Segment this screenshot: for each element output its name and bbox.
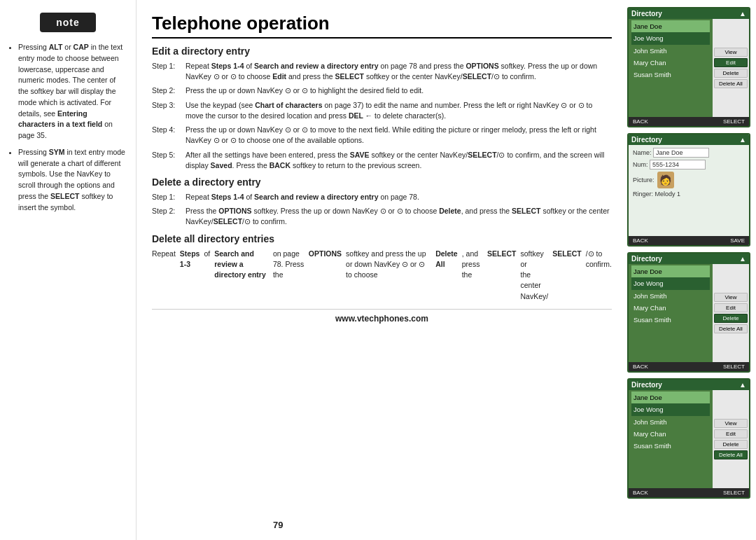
panel-1-select: SELECT — [723, 118, 745, 125]
panel-4-back: BACK — [633, 490, 648, 496]
menu-edit-4: Edit — [714, 429, 748, 438]
edit-picture-label: Picture: — [633, 176, 654, 184]
edit-name-label: Name: — [633, 149, 653, 156]
sidebar-content: Pressing ALT or CAP in the text entry mo… — [10, 42, 126, 219]
panel-4-title: Directory — [631, 381, 662, 389]
panel-1-body: Jane Doe Joe Wong John Smith Mary Chan S… — [629, 19, 749, 117]
sidebar-bullet1: Pressing ALT or CAP in the text entry mo… — [18, 42, 126, 141]
step-4-label: Step 4: — [152, 125, 181, 146]
list-item-joe-4: Joe Wong — [631, 403, 710, 415]
menu-delete: Delete — [714, 69, 748, 78]
step-2-label: Step 2: — [152, 85, 181, 96]
step-3: Step 3: Use the keypad (see Chart of cha… — [152, 100, 612, 121]
menu-view-4: View — [714, 419, 748, 428]
edit-ringer-label: Ringer: — [633, 191, 655, 198]
panel-1-list: Jane Doe Joe Wong John Smith Mary Chan S… — [629, 19, 713, 117]
panel-1-back: BACK — [633, 118, 648, 125]
menu-view: View — [714, 48, 748, 57]
panel-3-menu: View Edit Delete Delete All — [713, 264, 749, 362]
panel-4-arrow: ▲ — [739, 381, 746, 389]
edit-num-label: Num: — [633, 161, 650, 168]
list-item-susan-4: Susan Smith — [631, 440, 710, 452]
panel-4-menu: View Edit Delete Delete All — [713, 390, 749, 488]
sidebar: note Pressing ALT or CAP in the text ent… — [0, 0, 136, 540]
step-3-text: Use the keypad (see Chart of characters … — [186, 100, 612, 121]
panel-3-body: Jane Doe Joe Wong John Smith Mary Chan S… — [629, 264, 749, 362]
page-number: 79 — [273, 520, 283, 530]
step-1-text: Repeat Steps 1-4 of Search and review a … — [186, 61, 612, 82]
panel-3-arrow: ▲ — [739, 255, 746, 263]
panel-3-back: BACK — [633, 364, 648, 370]
list-item-mary-3: Mary Chan — [631, 302, 710, 314]
step-1: Step 1: Repeat Steps 1-4 of Search and r… — [152, 61, 612, 82]
panel-4-list: Jane Doe Joe Wong John Smith Mary Chan S… — [629, 390, 713, 488]
edit-section-title: Edit a directory entry — [152, 46, 612, 57]
menu-delete-all-4: Delete All — [714, 450, 748, 459]
step-2: Step 2: Press the up or down NavKey ⊙ or… — [152, 85, 612, 96]
delete-steps: Step 1: Repeat Steps 1-4 of Search and r… — [152, 192, 612, 228]
edit-name-row: Name: Jane Doe — [633, 148, 745, 158]
panel-3-list: Jane Doe Joe Wong John Smith Mary Chan S… — [629, 264, 713, 362]
delete-all-text: Repeat Steps 1-3 of Search and review a … — [152, 249, 612, 302]
list-item-john-4: John Smith — [631, 416, 710, 428]
panel-1-header: Directory ▲ — [629, 8, 749, 19]
note-box: note — [40, 13, 96, 32]
menu-view-3: View — [714, 293, 748, 302]
list-item-jane: Jane Doe — [631, 20, 710, 32]
panel-2-header: Directory ▲ — [629, 134, 749, 145]
list-item-jane-3: Jane Doe — [631, 265, 710, 277]
delete-all-section-title: Delete all directory entries — [152, 233, 612, 244]
panel-4-select: SELECT — [723, 490, 745, 496]
list-item-john: John Smith — [631, 45, 710, 57]
menu-edit-3: Edit — [714, 303, 748, 312]
list-item-joe: Joe Wong — [631, 32, 710, 44]
step-5: Step 5: After all the settings have been… — [152, 150, 612, 171]
panel-4-footer: BACK SELECT — [629, 488, 749, 497]
del-step-2: Step 2: Press the OPTIONS softkey. Press… — [152, 206, 612, 227]
list-item-mary-4: Mary Chan — [631, 428, 710, 440]
panel-3-header: Directory ▲ — [629, 254, 749, 264]
main-content: Telephone operation Edit a directory ent… — [136, 0, 624, 540]
list-item-joe-3: Joe Wong — [631, 277, 710, 289]
panel-1-menu: View Edit Delete Delete All — [713, 19, 749, 117]
edit-num-row: Num: 555-1234 — [633, 160, 745, 169]
edit-name-value: Jane Doe — [653, 148, 709, 158]
step-2-text: Press the up or down NavKey ⊙ or ⊙ to hi… — [186, 85, 612, 96]
panel-2-back: BACK — [633, 237, 648, 244]
step-4-text: Press the up or down NavKey ⊙ or ⊙ to mo… — [186, 125, 612, 146]
delete-section-title: Delete a directory entry — [152, 176, 612, 188]
panel-1-title: Directory — [631, 10, 662, 18]
edit-picture-row: Picture: 🧑 — [633, 172, 745, 188]
panel-1-footer: BACK SELECT — [629, 117, 749, 126]
panel-3: Directory ▲ Jane Doe Joe Wong John Smith… — [627, 252, 750, 373]
edit-ringer-value: Melody 1 — [655, 191, 681, 198]
sidebar-bullet2: Pressing SYM in text entry mode will gen… — [18, 147, 126, 214]
edit-ringer-row: Ringer: Melody 1 — [633, 191, 745, 198]
footer-url: www.vtechphones.com — [152, 309, 612, 324]
menu-delete-4: Delete — [714, 440, 748, 449]
del-step-1-label: Step 1: — [152, 192, 181, 202]
step-1-label: Step 1: — [152, 61, 181, 82]
menu-edit: Edit — [714, 58, 748, 67]
list-item-john-3: John Smith — [631, 290, 710, 302]
panel-4-body: Jane Doe Joe Wong John Smith Mary Chan S… — [629, 390, 749, 488]
panel-2: Directory ▲ Name: Jane Doe Num: 555-1234… — [627, 133, 750, 247]
panel-4-header: Directory ▲ — [629, 380, 749, 390]
edit-steps: Step 1: Repeat Steps 1-4 of Search and r… — [152, 61, 612, 171]
edit-num-value: 555-1234 — [650, 160, 706, 169]
step-5-text: After all the settings have been entered… — [186, 150, 612, 171]
menu-delete-all: Delete All — [714, 79, 748, 88]
avatar-icon: 🧑 — [657, 172, 674, 188]
panel-2-arrow: ▲ — [739, 136, 746, 144]
step-5-label: Step 5: — [152, 150, 181, 171]
panel-1: Directory ▲ Jane Doe Joe Wong John Smith… — [627, 7, 750, 127]
panel-1-arrow: ▲ — [739, 10, 746, 18]
del-step-2-label: Step 2: — [152, 206, 181, 227]
panel-4: Directory ▲ Jane Doe Joe Wong John Smith… — [627, 378, 750, 499]
list-item-mary: Mary Chan — [631, 57, 710, 69]
list-item-susan-3: Susan Smith — [631, 314, 710, 326]
del-step-1: Step 1: Repeat Steps 1-4 of Search and r… — [152, 192, 612, 202]
right-panels: Directory ▲ Jane Doe Joe Wong John Smith… — [624, 0, 756, 540]
list-item-jane-4: Jane Doe — [631, 392, 710, 403]
del-step-2-text: Press the OPTIONS softkey. Press the up … — [186, 206, 612, 227]
